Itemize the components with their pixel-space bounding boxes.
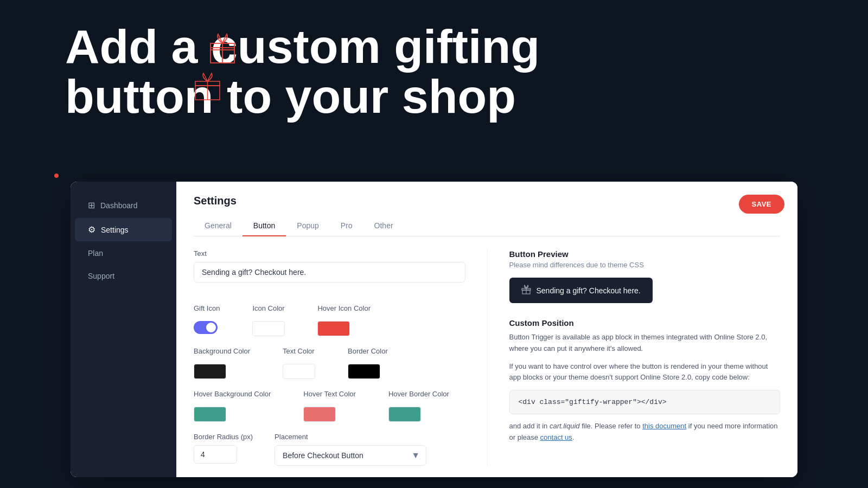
bg-text-border-row: Background Color Text Color Border Color [194, 347, 465, 379]
content-header: Settings [194, 195, 780, 207]
hover-background-color-field: Hover Background Color [194, 390, 271, 422]
hover-colors-row: Hover Background Color Hover Text Color … [194, 390, 465, 422]
tab-general[interactable]: General [194, 216, 242, 236]
hover-background-color-label: Hover Background Color [194, 390, 271, 398]
sidebar-item-plan[interactable]: Plan [75, 242, 172, 264]
info-text: and add it in cart.liquid file. Please r… [509, 421, 781, 444]
hero-section: Add a custom gifting button to your shop [0, 0, 868, 179]
border-color-label: Border Color [348, 347, 388, 355]
background-color-label: Background Color [194, 347, 250, 355]
sidebar: ⊞ Dashboard ⚙ Settings Plan Support [71, 182, 176, 477]
custom-position-para1: Button Trigger is available as app block… [509, 332, 781, 355]
hover-border-color-swatch[interactable] [388, 407, 421, 422]
preview-button-text: Sending a gift? Checkout here. [537, 286, 641, 295]
custom-position-title: Custom Position [509, 318, 781, 328]
icon-color-label: Icon Color [252, 304, 285, 312]
preview-gift-icon [521, 285, 531, 296]
text-field-label: Text [194, 249, 465, 258]
text-input[interactable] [194, 262, 465, 282]
left-panel: Text Gift Icon Icon Color Hover Icon Col… [194, 249, 487, 466]
icon-row: Gift Icon Icon Color Hover Icon Color [194, 304, 465, 336]
placement-label: Placement [275, 433, 426, 441]
tab-pro[interactable]: Pro [330, 216, 363, 236]
hover-icon-color-label: Hover Icon Color [317, 304, 371, 312]
preview-title: Button Preview [509, 249, 781, 259]
icon-color-field: Icon Color [252, 304, 285, 336]
hover-border-color-label: Hover Border Color [388, 390, 449, 398]
text-color-label: Text Color [283, 347, 315, 355]
tab-popup[interactable]: Popup [286, 216, 329, 236]
button-preview[interactable]: Sending a gift? Checkout here. [509, 278, 653, 303]
text-field-section: Text [194, 249, 465, 293]
border-radius-input[interactable] [194, 445, 237, 464]
border-color-field: Border Color [348, 347, 388, 379]
hero-gift-icon-2 [193, 70, 222, 106]
hover-icon-color-field: Hover Icon Color [317, 304, 371, 336]
this-document-link[interactable]: this document [642, 422, 686, 430]
background-color-swatch[interactable] [194, 364, 226, 379]
border-radius-section: Border Radius (px) [194, 433, 253, 464]
settings-icon: ⚙ [88, 224, 95, 235]
right-panel: Button Preview Please mind differences d… [487, 249, 781, 466]
border-color-swatch[interactable] [348, 364, 380, 379]
text-color-field: Text Color [283, 347, 315, 379]
tab-button[interactable]: Button [242, 216, 286, 236]
hero-gift-icon [206, 30, 239, 70]
placement-section: Placement Before Checkout Button After C… [275, 433, 426, 466]
gift-icon-label: Gift Icon [194, 304, 220, 312]
background-color-field: Background Color [194, 347, 250, 379]
hover-text-color-swatch[interactable] [303, 407, 336, 422]
border-radius-label: Border Radius (px) [194, 433, 253, 441]
tab-other[interactable]: Other [363, 216, 404, 236]
hover-text-color-label: Hover Text Color [303, 390, 356, 398]
text-color-swatch[interactable] [283, 364, 315, 379]
bottom-row: Border Radius (px) Placement Before Chec… [194, 433, 465, 466]
contact-us-link[interactable]: contact us [540, 433, 572, 441]
hover-border-color-field: Hover Border Color [388, 390, 449, 422]
hero-title: Add a custom gifting button to your shop [65, 22, 540, 122]
hover-text-color-field: Hover Text Color [303, 390, 356, 422]
placement-select-wrap: Before Checkout Button After Checkout Bu… [275, 445, 426, 466]
dashboard-icon: ⊞ [88, 200, 95, 210]
tabs-container: General Button Popup Pro Other [194, 216, 780, 236]
settings-grid: Text Gift Icon Icon Color Hover Icon Col… [194, 249, 780, 466]
custom-position-para2: If you want to have control over where t… [509, 361, 781, 384]
gift-icon-toggle[interactable] [194, 321, 218, 334]
page-title: Settings [194, 195, 780, 207]
content-area: SAVE Settings General Button Popup Pro O… [176, 182, 797, 477]
icon-color-swatch[interactable] [252, 321, 285, 336]
gift-icon-field: Gift Icon [194, 304, 220, 334]
sidebar-item-settings[interactable]: ⚙ Settings [75, 218, 172, 241]
main-card: ⊞ Dashboard ⚙ Settings Plan Support SAVE… [71, 182, 797, 477]
preview-subtitle: Please mind differences due to theme CSS [509, 261, 781, 269]
sidebar-item-dashboard[interactable]: ⊞ Dashboard [75, 194, 172, 217]
cart-liquid-text: cart.liquid [550, 422, 580, 430]
hover-icon-color-swatch[interactable] [317, 321, 350, 336]
hover-background-color-swatch[interactable] [194, 407, 226, 422]
code-block: <div class="giftify-wrapper"></div> [509, 390, 781, 414]
sidebar-item-support[interactable]: Support [75, 265, 172, 287]
placement-select[interactable]: Before Checkout Button After Checkout Bu… [275, 445, 426, 466]
